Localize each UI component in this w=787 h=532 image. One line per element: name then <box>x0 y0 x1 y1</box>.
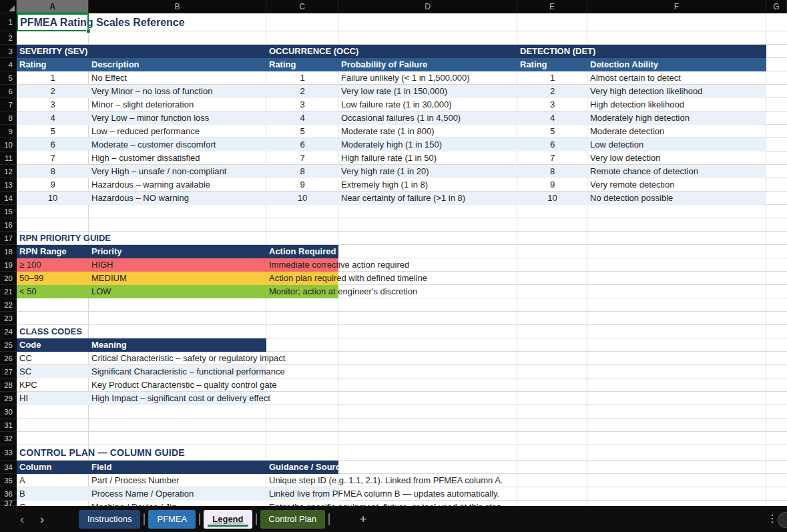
row-header-30[interactable]: 30 <box>0 405 17 419</box>
cell-E4[interactable]: Rating <box>517 58 587 71</box>
row-header-2[interactable]: 2 <box>0 31 17 45</box>
cell-B27[interactable]: Significant Characteristic – functional … <box>89 365 285 378</box>
cell-C12[interactable]: 8 <box>266 165 338 178</box>
sheet-tab-instructions[interactable]: Instructions <box>79 510 140 529</box>
cell-E8[interactable]: 4 <box>517 111 587 125</box>
cell-D9[interactable]: Moderate rate (1 in 800) <box>338 125 517 138</box>
add-sheet-button[interactable]: + <box>353 510 373 529</box>
column-header-C[interactable]: C <box>266 0 338 13</box>
cell-B29[interactable]: High Impact – significant cost or delive… <box>89 392 270 405</box>
cell-A36[interactable]: B <box>17 487 25 501</box>
cell-B14[interactable]: Hazardous – NO warning <box>89 192 266 205</box>
cell-C36[interactable]: Linked live from PFMEA column B — update… <box>266 487 499 501</box>
row-header-27[interactable]: 27 <box>0 365 17 378</box>
cell-B34[interactable]: Field <box>89 461 266 474</box>
cell-A34[interactable]: Column <box>17 461 89 474</box>
cell-B37[interactable]: Machine / Device / Jig <box>89 501 176 506</box>
cell-A20[interactable]: 50–99 <box>17 272 43 285</box>
cell-B13[interactable]: Hazardous – warning available <box>89 178 266 192</box>
cell-F8[interactable]: Moderately high detection <box>587 111 766 125</box>
cell-D8[interactable]: Occasional failures (1 in 4,500) <box>338 111 517 125</box>
cell-B26[interactable]: Critical Characteristic – safety or regu… <box>89 352 285 365</box>
cell-F6[interactable]: Very high detection likelihood <box>587 85 766 98</box>
sheet-nav-right-icon[interactable]: › <box>32 510 52 529</box>
row-header-8[interactable]: 8 <box>0 111 17 125</box>
cell-E13[interactable]: 9 <box>517 178 587 192</box>
cell-A27[interactable]: SC <box>17 365 31 378</box>
cell-C10[interactable]: 6 <box>266 138 338 152</box>
cell-A1[interactable]: PFMEA Rating Scales Reference <box>17 13 266 31</box>
cell-F4[interactable]: Detection Ability <box>587 58 766 71</box>
cell-C20[interactable]: Action plan required with defined timeli… <box>266 272 427 285</box>
cell-C5[interactable]: 1 <box>266 71 338 85</box>
sheet-tab-pfmea[interactable]: PFMEA <box>148 510 196 529</box>
row-header-21[interactable]: 21 <box>0 285 17 298</box>
cell-C4[interactable]: Rating <box>266 58 338 71</box>
cell-F12[interactable]: Remote chance of detection <box>587 165 766 178</box>
cell-B9[interactable]: Low – reduced performance <box>89 125 266 138</box>
cell-A19[interactable]: ≥ 100 <box>17 258 41 272</box>
cell-C13[interactable]: 9 <box>266 178 338 192</box>
sheet-nav-left-icon[interactable]: ‹ <box>12 510 32 529</box>
cell-A29[interactable]: HI <box>17 392 28 405</box>
cell-A26[interactable]: CC <box>17 352 32 365</box>
cell-E5[interactable]: 1 <box>517 71 587 85</box>
cell-B35[interactable]: Part / Process Number <box>89 474 180 487</box>
row-header-4[interactable]: 4 <box>0 58 17 71</box>
row-header-9[interactable]: 9 <box>0 125 17 138</box>
row-header-26[interactable]: 26 <box>0 352 17 365</box>
row-header-6[interactable]: 6 <box>0 85 17 98</box>
cell-E7[interactable]: 3 <box>517 98 587 111</box>
cell-D14[interactable]: Near certainty of failure (>1 in 8) <box>338 192 517 205</box>
row-header-32[interactable]: 32 <box>0 432 17 445</box>
column-header-G[interactable]: G <box>766 0 787 13</box>
sheet-tab-control-plan[interactable]: Control Plan <box>260 510 326 529</box>
row-header-16[interactable]: 16 <box>0 218 17 232</box>
cell-B19[interactable]: HIGH <box>89 258 113 272</box>
cell-D10[interactable]: Moderately high (1 in 150) <box>338 138 517 152</box>
cell-A24[interactable]: CLASS CODES <box>17 325 266 338</box>
row-header-36[interactable]: 36 <box>0 487 17 501</box>
cell-A35[interactable]: A <box>17 474 25 487</box>
column-header-D[interactable]: D <box>338 0 517 13</box>
cell-A5[interactable]: 1 <box>17 71 89 85</box>
cell-C19[interactable]: Immediate corrective action required <box>266 258 409 272</box>
cell-B6[interactable]: Very Minor – no loss of function <box>89 85 266 98</box>
cell-F5[interactable]: Almost certain to detect <box>587 71 766 85</box>
column-header-B[interactable]: B <box>89 0 266 13</box>
cell-E14[interactable]: 10 <box>517 192 587 205</box>
cell-C18[interactable]: Action Required <box>266 245 338 258</box>
row-header-20[interactable]: 20 <box>0 272 17 285</box>
sheet-tab-legend[interactable]: Legend <box>204 510 252 529</box>
row-header-19[interactable]: 19 <box>0 258 17 272</box>
cell-B8[interactable]: Very Low – minor function loss <box>89 111 266 125</box>
cell-A37[interactable]: C <box>17 501 25 506</box>
cell-A10[interactable]: 6 <box>17 138 89 152</box>
row-header-29[interactable]: 29 <box>0 392 17 405</box>
row-header-11[interactable]: 11 <box>0 152 17 165</box>
cell-B36[interactable]: Process Name / Operation <box>89 487 194 501</box>
cell-B11[interactable]: High – customer dissatisfied <box>89 152 266 165</box>
row-header-35[interactable]: 35 <box>0 474 17 487</box>
cell-E6[interactable]: 2 <box>517 85 587 98</box>
row-header-25[interactable]: 25 <box>0 338 17 352</box>
cell-A4[interactable]: Rating <box>17 58 89 71</box>
row-header-34[interactable]: 34 <box>0 461 17 474</box>
cell-A9[interactable]: 5 <box>17 125 89 138</box>
cell-D12[interactable]: Very high rate (1 in 20) <box>338 165 517 178</box>
cell-C14[interactable]: 10 <box>266 192 338 205</box>
cell-A11[interactable]: 7 <box>17 152 89 165</box>
row-header-37[interactable]: 37 <box>0 501 17 506</box>
cell-C37[interactable]: Enter the specific equipment, fixture, o… <box>266 501 504 506</box>
row-header-18[interactable]: 18 <box>0 245 17 258</box>
cell-B28[interactable]: Key Product Characteristic – quality con… <box>89 378 276 392</box>
cell-A33[interactable]: CONTROL PLAN — COLUMN GUIDE <box>17 445 266 461</box>
cell-B20[interactable]: MEDIUM <box>89 272 127 285</box>
cell-D11[interactable]: High failure rate (1 in 50) <box>338 152 517 165</box>
cell-F13[interactable]: Very remote detection <box>587 178 766 192</box>
sheet-options-button[interactable]: ⋮ <box>767 511 778 526</box>
cell-B21[interactable]: LOW <box>89 285 111 298</box>
cell-C11[interactable]: 7 <box>266 152 338 165</box>
row-header-13[interactable]: 13 <box>0 178 17 192</box>
cell-F9[interactable]: Moderate detection <box>587 125 766 138</box>
